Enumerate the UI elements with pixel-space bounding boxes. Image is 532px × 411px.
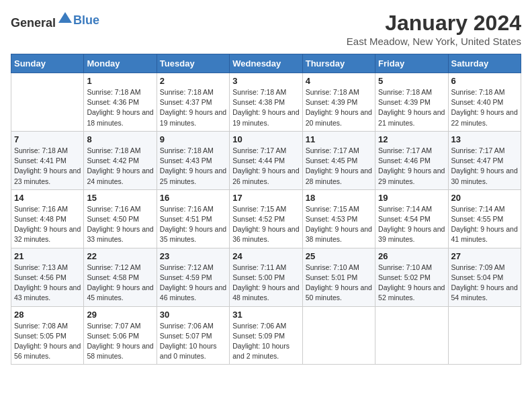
day-info: Sunrise: 7:17 AM Sunset: 4:46 PM Dayligh…: [378, 146, 445, 187]
day-info: Sunrise: 7:10 AM Sunset: 5:02 PM Dayligh…: [378, 263, 445, 304]
logo: General Blue: [11, 11, 99, 30]
calendar-cell: 13Sunrise: 7:17 AM Sunset: 4:47 PM Dayli…: [448, 131, 521, 189]
svg-marker-0: [58, 12, 72, 23]
calendar-header: SundayMondayTuesdayWednesdayThursdayFrid…: [11, 54, 521, 73]
day-number: 23: [160, 251, 226, 261]
day-number: 29: [87, 310, 153, 320]
calendar-cell: 6Sunrise: 7:18 AM Sunset: 4:40 PM Daylig…: [448, 73, 521, 132]
day-number: 7: [14, 134, 81, 144]
day-number: 15: [87, 193, 153, 203]
title-section: January 2024 East Meadow, New York, Unit…: [347, 11, 521, 47]
day-info: Sunrise: 7:18 AM Sunset: 4:39 PM Dayligh…: [306, 87, 372, 128]
day-number: 21: [14, 251, 81, 261]
weekday-header: Wednesday: [230, 54, 302, 73]
calendar-cell: 14Sunrise: 7:16 AM Sunset: 4:48 PM Dayli…: [11, 189, 84, 248]
day-info: Sunrise: 7:12 AM Sunset: 4:58 PM Dayligh…: [87, 263, 153, 304]
day-info: Sunrise: 7:16 AM Sunset: 4:48 PM Dayligh…: [14, 204, 81, 245]
day-info: Sunrise: 7:18 AM Sunset: 4:41 PM Dayligh…: [14, 146, 81, 187]
day-info: Sunrise: 7:17 AM Sunset: 4:45 PM Dayligh…: [306, 146, 372, 187]
calendar-table: SundayMondayTuesdayWednesdayThursdayFrid…: [11, 54, 521, 365]
calendar-cell: 12Sunrise: 7:17 AM Sunset: 4:46 PM Dayli…: [375, 131, 448, 189]
day-number: 13: [451, 134, 518, 144]
calendar-cell: 15Sunrise: 7:16 AM Sunset: 4:50 PM Dayli…: [84, 189, 157, 248]
day-info: Sunrise: 7:10 AM Sunset: 5:01 PM Dayligh…: [306, 263, 372, 304]
logo-blue: Blue: [73, 13, 99, 27]
day-info: Sunrise: 7:14 AM Sunset: 4:54 PM Dayligh…: [378, 204, 445, 245]
day-number: 19: [378, 193, 445, 203]
calendar-cell: 9Sunrise: 7:18 AM Sunset: 4:43 PM Daylig…: [157, 131, 229, 189]
day-number: 5: [378, 76, 445, 86]
day-info: Sunrise: 7:18 AM Sunset: 4:38 PM Dayligh…: [232, 87, 299, 128]
day-number: 16: [160, 193, 226, 203]
logo-icon: [57, 11, 73, 27]
day-info: Sunrise: 7:11 AM Sunset: 5:00 PM Dayligh…: [232, 263, 299, 304]
calendar-cell: 4Sunrise: 7:18 AM Sunset: 4:39 PM Daylig…: [302, 73, 375, 132]
day-number: 10: [232, 134, 299, 144]
weekday-header: Monday: [84, 54, 157, 73]
day-number: 1: [87, 76, 153, 86]
day-info: Sunrise: 7:14 AM Sunset: 4:55 PM Dayligh…: [451, 204, 518, 245]
calendar-cell: 20Sunrise: 7:14 AM Sunset: 4:55 PM Dayli…: [448, 189, 521, 248]
calendar-cell: 21Sunrise: 7:13 AM Sunset: 4:56 PM Dayli…: [11, 248, 84, 306]
calendar-cell: 10Sunrise: 7:17 AM Sunset: 4:44 PM Dayli…: [230, 131, 302, 189]
day-number: 18: [306, 193, 372, 203]
day-info: Sunrise: 7:07 AM Sunset: 5:06 PM Dayligh…: [87, 321, 153, 362]
calendar-cell: 17Sunrise: 7:15 AM Sunset: 4:52 PM Dayli…: [230, 189, 302, 248]
calendar-cell: 2Sunrise: 7:18 AM Sunset: 4:37 PM Daylig…: [157, 73, 229, 132]
calendar-cell: 11Sunrise: 7:17 AM Sunset: 4:45 PM Dayli…: [302, 131, 375, 189]
weekday-header: Thursday: [302, 54, 375, 73]
calendar-cell: 29Sunrise: 7:07 AM Sunset: 5:06 PM Dayli…: [84, 306, 157, 365]
weekday-header: Saturday: [448, 54, 521, 73]
calendar-cell: 8Sunrise: 7:18 AM Sunset: 4:42 PM Daylig…: [84, 131, 157, 189]
day-info: Sunrise: 7:18 AM Sunset: 4:40 PM Dayligh…: [451, 87, 518, 128]
page-header: General Blue January 2024 East Meadow, N…: [11, 11, 521, 47]
day-info: Sunrise: 7:09 AM Sunset: 5:04 PM Dayligh…: [451, 263, 518, 304]
day-info: Sunrise: 7:18 AM Sunset: 4:36 PM Dayligh…: [87, 87, 153, 128]
day-info: Sunrise: 7:17 AM Sunset: 4:47 PM Dayligh…: [451, 146, 518, 187]
calendar-week-row: 1Sunrise: 7:18 AM Sunset: 4:36 PM Daylig…: [11, 73, 521, 132]
day-info: Sunrise: 7:15 AM Sunset: 4:52 PM Dayligh…: [232, 204, 299, 245]
day-number: 17: [232, 193, 299, 203]
day-number: 30: [160, 310, 226, 320]
day-info: Sunrise: 7:18 AM Sunset: 4:39 PM Dayligh…: [378, 87, 445, 128]
calendar-cell: 1Sunrise: 7:18 AM Sunset: 4:36 PM Daylig…: [84, 73, 157, 132]
weekday-header: Tuesday: [157, 54, 229, 73]
day-info: Sunrise: 7:13 AM Sunset: 4:56 PM Dayligh…: [14, 263, 81, 304]
calendar-cell: 30Sunrise: 7:06 AM Sunset: 5:07 PM Dayli…: [157, 306, 229, 365]
weekday-header-row: SundayMondayTuesdayWednesdayThursdayFrid…: [11, 54, 521, 73]
calendar-cell: 31Sunrise: 7:06 AM Sunset: 5:09 PM Dayli…: [230, 306, 302, 365]
calendar-cell: [302, 306, 375, 365]
calendar-cell: 22Sunrise: 7:12 AM Sunset: 4:58 PM Dayli…: [84, 248, 157, 306]
day-info: Sunrise: 7:08 AM Sunset: 5:05 PM Dayligh…: [14, 321, 81, 362]
day-number: 24: [232, 251, 299, 261]
calendar-cell: 19Sunrise: 7:14 AM Sunset: 4:54 PM Dayli…: [375, 189, 448, 248]
day-info: Sunrise: 7:17 AM Sunset: 4:44 PM Dayligh…: [232, 146, 299, 187]
calendar-cell: 5Sunrise: 7:18 AM Sunset: 4:39 PM Daylig…: [375, 73, 448, 132]
calendar-week-row: 7Sunrise: 7:18 AM Sunset: 4:41 PM Daylig…: [11, 131, 521, 189]
day-number: 9: [160, 134, 226, 144]
calendar-cell: 23Sunrise: 7:12 AM Sunset: 4:59 PM Dayli…: [157, 248, 229, 306]
calendar-cell: [11, 73, 84, 132]
calendar-cell: 27Sunrise: 7:09 AM Sunset: 5:04 PM Dayli…: [448, 248, 521, 306]
day-number: 22: [87, 251, 153, 261]
day-number: 27: [451, 251, 518, 261]
calendar-week-row: 28Sunrise: 7:08 AM Sunset: 5:05 PM Dayli…: [11, 306, 521, 365]
day-number: 3: [232, 76, 299, 86]
day-info: Sunrise: 7:16 AM Sunset: 4:50 PM Dayligh…: [87, 204, 153, 245]
day-info: Sunrise: 7:06 AM Sunset: 5:09 PM Dayligh…: [232, 321, 299, 362]
day-number: 8: [87, 134, 153, 144]
day-number: 26: [378, 251, 445, 261]
calendar-cell: 7Sunrise: 7:18 AM Sunset: 4:41 PM Daylig…: [11, 131, 84, 189]
weekday-header: Sunday: [11, 54, 84, 73]
day-info: Sunrise: 7:16 AM Sunset: 4:51 PM Dayligh…: [160, 204, 226, 245]
day-number: 6: [451, 76, 518, 86]
calendar-cell: 24Sunrise: 7:11 AM Sunset: 5:00 PM Dayli…: [230, 248, 302, 306]
day-info: Sunrise: 7:18 AM Sunset: 4:43 PM Dayligh…: [160, 146, 226, 187]
calendar-cell: 16Sunrise: 7:16 AM Sunset: 4:51 PM Dayli…: [157, 189, 229, 248]
day-info: Sunrise: 7:18 AM Sunset: 4:37 PM Dayligh…: [160, 87, 226, 128]
calendar-cell: 18Sunrise: 7:15 AM Sunset: 4:53 PM Dayli…: [302, 189, 375, 248]
calendar-week-row: 14Sunrise: 7:16 AM Sunset: 4:48 PM Dayli…: [11, 189, 521, 248]
day-info: Sunrise: 7:06 AM Sunset: 5:07 PM Dayligh…: [160, 321, 226, 362]
day-number: 2: [160, 76, 226, 86]
location-title: East Meadow, New York, United States: [347, 36, 521, 47]
